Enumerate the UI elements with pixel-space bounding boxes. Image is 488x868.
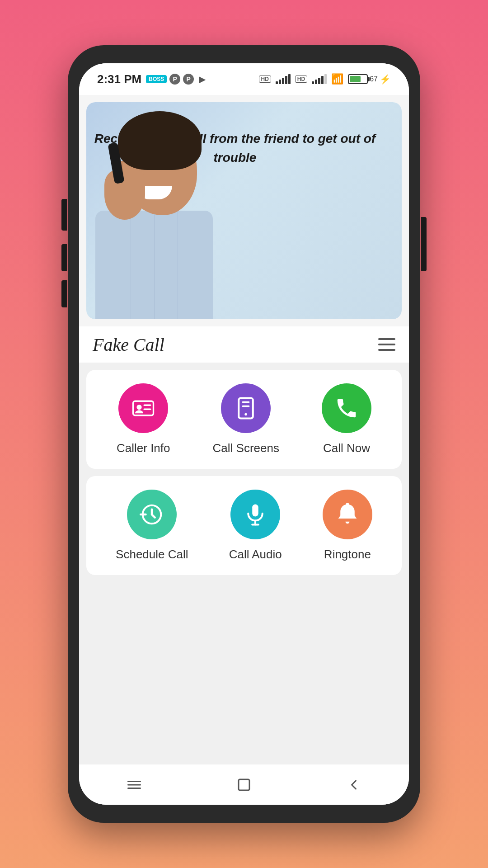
person-hand bbox=[104, 170, 145, 220]
action-card-row2: Schedule Call Call Audio bbox=[86, 476, 402, 575]
person-shirt bbox=[95, 211, 213, 319]
signal-bars-2 bbox=[312, 74, 327, 84]
call-screens-button[interactable]: Call Screens bbox=[213, 383, 279, 455]
hd-badge-1: HD bbox=[259, 75, 271, 83]
schedule-call-icon-circle bbox=[127, 490, 177, 539]
microphone-icon bbox=[243, 502, 267, 527]
video-icon: ▶ bbox=[197, 74, 207, 85]
navigation-bar bbox=[79, 764, 409, 805]
ringtone-icon-circle bbox=[323, 490, 372, 539]
battery-box bbox=[348, 74, 368, 84]
svg-point-14 bbox=[346, 503, 349, 506]
hamburger-line-1 bbox=[378, 338, 395, 340]
call-now-label: Call Now bbox=[323, 441, 370, 455]
status-icons: BOSS P P ▶ bbox=[146, 74, 207, 85]
charging-icon: ⚡ bbox=[380, 74, 391, 85]
clock-icon bbox=[140, 502, 164, 527]
shirt-line-3 bbox=[178, 211, 178, 319]
p-icon-2: P bbox=[183, 74, 194, 85]
call-audio-button[interactable]: Call Audio bbox=[229, 490, 282, 561]
volume-down-button[interactable] bbox=[61, 280, 67, 307]
nav-menu-button[interactable] bbox=[121, 771, 148, 798]
call-screens-icon-circle bbox=[221, 383, 271, 433]
hamburger-line-3 bbox=[378, 349, 395, 351]
schedule-call-button[interactable]: Schedule Call bbox=[116, 490, 188, 561]
battery-fill bbox=[350, 76, 361, 82]
call-now-icon-circle bbox=[322, 383, 371, 433]
app-header: Fake Call bbox=[79, 326, 409, 363]
phone-screen-icon bbox=[234, 396, 258, 420]
phone-screen: 2:31 PM BOSS P P ▶ HD HD bbox=[79, 63, 409, 805]
nav-menu-icon bbox=[126, 777, 142, 793]
hero-image-container: Receive a fake call from the friend to g… bbox=[86, 102, 402, 319]
svg-rect-18 bbox=[239, 779, 249, 790]
hamburger-menu-button[interactable] bbox=[378, 338, 395, 351]
battery-percent: 67 bbox=[370, 75, 378, 83]
signal-bars-1 bbox=[276, 74, 291, 84]
nav-home-button[interactable] bbox=[230, 771, 258, 798]
call-audio-icon-circle bbox=[230, 490, 280, 539]
wifi-icon: 📶 bbox=[331, 73, 343, 85]
p-icon-1: P bbox=[169, 74, 180, 85]
svg-point-1 bbox=[137, 405, 142, 410]
hd-badge-2: HD bbox=[295, 75, 307, 83]
hamburger-line-2 bbox=[378, 344, 395, 345]
action-card-row1: Caller Info Call Screens bbox=[86, 370, 402, 469]
status-bar-right: HD HD 📶 bbox=[259, 73, 391, 85]
hero-image: Receive a fake call from the friend to g… bbox=[86, 102, 402, 319]
nav-back-icon bbox=[346, 777, 362, 793]
caller-info-button[interactable]: Caller Info bbox=[117, 383, 170, 455]
battery: 67 ⚡ bbox=[348, 74, 391, 85]
nav-home-icon bbox=[236, 777, 252, 793]
call-audio-label: Call Audio bbox=[229, 547, 282, 561]
call-now-button[interactable]: Call Now bbox=[322, 383, 371, 455]
boss-badge: BOSS bbox=[146, 75, 167, 83]
app-title: Fake Call bbox=[93, 334, 164, 355]
svg-point-7 bbox=[245, 413, 247, 415]
volume-up-button[interactable] bbox=[61, 244, 67, 271]
nav-back-button[interactable] bbox=[340, 771, 367, 798]
status-bar-left: 2:31 PM BOSS P P ▶ bbox=[97, 72, 207, 86]
shirt-line-1 bbox=[131, 211, 131, 319]
person-hair bbox=[118, 111, 202, 170]
id-card-icon bbox=[131, 396, 155, 420]
caller-info-icon-circle bbox=[118, 383, 168, 433]
bell-icon bbox=[335, 502, 360, 527]
phone-icon bbox=[334, 396, 359, 420]
ringtone-button[interactable]: Ringtone bbox=[323, 490, 372, 561]
caller-info-label: Caller Info bbox=[117, 441, 170, 455]
status-bar: 2:31 PM BOSS P P ▶ HD HD bbox=[79, 63, 409, 95]
svg-rect-11 bbox=[252, 505, 258, 517]
shirt-line-2 bbox=[154, 211, 155, 319]
ringtone-label: Ringtone bbox=[324, 547, 371, 561]
app-content: Fake Call bbox=[79, 326, 409, 764]
call-screens-label: Call Screens bbox=[213, 441, 279, 455]
schedule-call-label: Schedule Call bbox=[116, 547, 188, 561]
phone-frame: 2:31 PM BOSS P P ▶ HD HD bbox=[68, 45, 420, 823]
status-time: 2:31 PM bbox=[97, 72, 141, 86]
